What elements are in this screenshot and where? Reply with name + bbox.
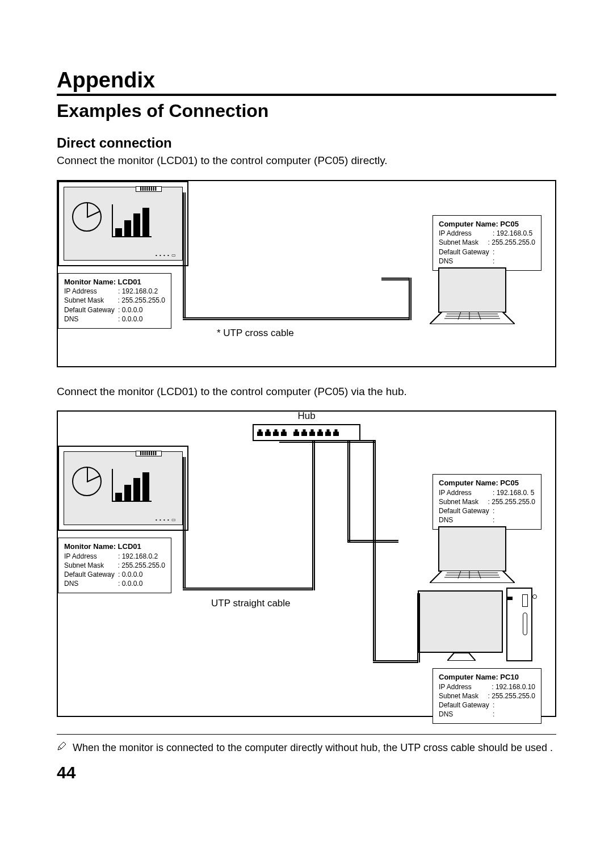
k: Subnet Mask	[64, 561, 118, 570]
direct-paragraph: Connect the monitor (LCD01) to the contr…	[57, 153, 556, 169]
v: 192.168.0. 5	[493, 488, 534, 497]
v	[493, 257, 494, 266]
v: 192.168.0.2	[118, 552, 158, 561]
hdr: Monitor Name: LCD01	[64, 542, 165, 552]
pencil-icon	[57, 740, 67, 755]
k: Subnet Mask	[64, 296, 118, 305]
k: DNS	[64, 315, 118, 324]
v: 255.255.255.0	[488, 497, 535, 506]
k: IP Address	[64, 287, 118, 296]
pc05-info-2: Computer Name: PC05 IP Address192.168.0.…	[433, 474, 541, 530]
examples-heading: Examples of Connection	[57, 100, 556, 121]
v: 255.255.255.0	[488, 691, 535, 701]
v: 0.0.0.0	[118, 579, 142, 588]
hub-icon	[253, 424, 360, 441]
svg-marker-14	[447, 653, 476, 661]
v: 0.0.0.0	[118, 570, 142, 579]
hub-paragraph: Connect the monitor (LCD01) to the contr…	[57, 384, 556, 400]
k: DNS	[64, 579, 118, 588]
pc05-title: Computer Name: PC05	[439, 219, 535, 229]
v	[493, 701, 494, 710]
k: Default Gateway	[439, 506, 493, 515]
k: Subnet Mask	[439, 497, 488, 506]
v: 192.168.0.10	[492, 682, 535, 691]
monitor-icon: ▌▌▌▌▌▌▌▌ • • • • ▭	[58, 181, 188, 266]
footnote-text: When the monitor is connected to the com…	[73, 740, 553, 755]
footnote-rule	[57, 734, 556, 735]
monitor-info: Monitor Name: LCD01 IP Address192.168.0.…	[58, 273, 171, 329]
k: DNS	[439, 515, 493, 525]
cable-label-straight: UTP straight cable	[211, 598, 291, 609]
page-number: 44	[57, 763, 556, 782]
laptop-icon	[438, 267, 523, 325]
diagram-hub: Hub ▌▌▌▌▌▌▌▌ • • • • ▭ Monitor Name: LCD…	[57, 410, 556, 717]
hdr: Computer Name: PC05	[439, 478, 535, 488]
k: DNS	[439, 257, 493, 266]
v	[493, 506, 494, 515]
k: IP Address	[439, 682, 492, 691]
k: Default Gateway	[64, 570, 118, 579]
hub-label: Hub	[297, 410, 315, 422]
k: Default Gateway	[439, 248, 493, 257]
svg-marker-7	[430, 571, 515, 583]
k: Default Gateway	[439, 701, 493, 710]
appendix-heading: Appendix	[57, 68, 556, 96]
pc10-info: Computer Name: PC10 IP Address192.168.0.…	[433, 668, 541, 724]
monitor-title: Monitor Name: LCD01	[64, 277, 165, 287]
k: IP Address	[64, 552, 118, 561]
v	[493, 710, 494, 719]
pc05-info: Computer Name: PC05 IP Address192.168.0.…	[433, 215, 541, 271]
v: 0.0.0.0	[118, 315, 142, 324]
svg-marker-0	[430, 312, 515, 324]
k: IP Address	[439, 229, 493, 238]
k: Default Gateway	[64, 305, 118, 315]
v: 192.168.0.2	[118, 287, 158, 296]
cable-label-cross: * UTP cross cable	[217, 328, 294, 339]
k: Subnet Mask	[439, 238, 488, 247]
hdr: Computer Name: PC10	[439, 672, 535, 682]
direct-connection-heading: Direct connection	[57, 135, 556, 151]
monitor-icon-2: ▌▌▌▌▌▌▌▌ • • • • ▭	[58, 446, 188, 531]
v: 255.255.255.0	[488, 238, 535, 247]
v	[493, 248, 494, 257]
diagram-direct: ▌▌▌▌▌▌▌▌ • • • • ▭ Monitor Name: LCD01 I…	[57, 180, 556, 367]
pc-monitor-icon	[418, 590, 503, 653]
k: IP Address	[439, 488, 493, 497]
v: 192.168.0.5	[493, 229, 532, 238]
v	[493, 515, 494, 525]
k: Subnet Mask	[439, 691, 488, 701]
pc-tower-icon	[506, 588, 532, 661]
monitor-info-2: Monitor Name: LCD01 IP Address192.168.0.…	[58, 538, 171, 593]
k: DNS	[439, 710, 493, 719]
v: 255.255.255.0	[118, 296, 165, 305]
v: 255.255.255.0	[118, 561, 165, 570]
v: 0.0.0.0	[118, 305, 142, 315]
laptop-icon-2	[438, 526, 523, 584]
